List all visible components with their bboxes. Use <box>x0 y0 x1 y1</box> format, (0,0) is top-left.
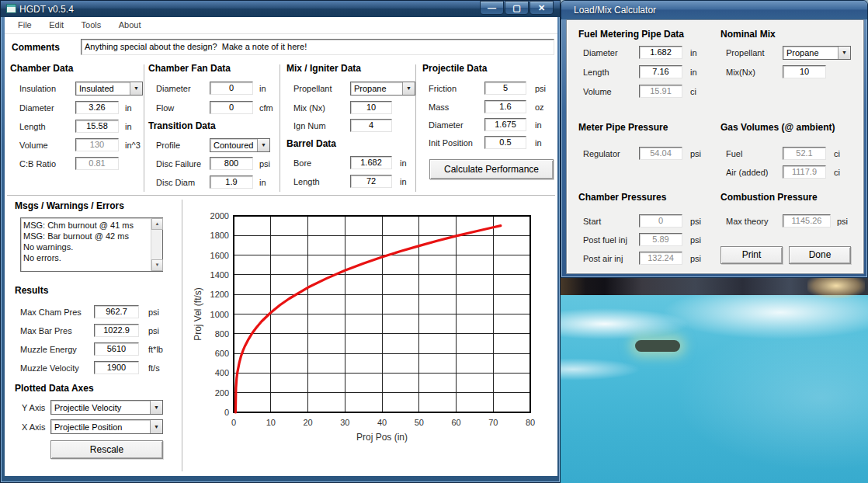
bore-unit: in <box>400 158 407 168</box>
scroll-down-button[interactable]: ▼ <box>151 259 163 271</box>
insulation-label: Insulation <box>19 84 56 93</box>
main-window-titlebar[interactable]: HGDT v0.5.4 — ▢ ✕ <box>1 1 560 17</box>
disc-failure-unit: psi <box>259 159 270 169</box>
gas-volumes-title: Gas Volumes (@ ambient) <box>720 122 835 133</box>
svg-text:0: 0 <box>224 408 229 417</box>
profile-combobox[interactable]: Contoured ▼ <box>210 138 270 152</box>
chevron-down-icon: ▼ <box>838 47 850 59</box>
proj-diameter-unit: in <box>535 120 542 130</box>
disc-failure-input[interactable]: 800 <box>210 157 253 170</box>
max-bar-pres-output[interactable]: 1022.9 <box>94 324 139 337</box>
muzzle-velocity-unit: ft/s <box>148 363 160 373</box>
separator <box>7 195 555 196</box>
mass-input[interactable]: 1.6 <box>484 100 526 113</box>
menu-about[interactable]: About <box>112 17 148 30</box>
fan-flow-input[interactable]: 0 <box>210 101 253 114</box>
disc-failure-label: Disc Failure <box>156 159 201 169</box>
disc-diam-label: Disc Diam <box>156 178 195 187</box>
messages-textarea[interactable]: MSG: Chm burnout @ 41 ms MSG: Bar burnou… <box>20 217 163 272</box>
mix-nx-input[interactable]: 10 <box>350 101 392 114</box>
friction-input[interactable]: 5 <box>484 82 526 95</box>
insulation-combobox[interactable]: Insulated ▼ <box>75 82 143 96</box>
calc-propellant-combobox[interactable]: Propane ▼ <box>783 46 851 60</box>
separator <box>144 64 145 192</box>
cb-ratio-output: 0.81 <box>75 157 119 170</box>
pipe-diameter-input[interactable]: 1.682 <box>639 46 682 59</box>
post-fuel-inj-output: 5.89 <box>639 233 682 246</box>
close-button[interactable]: ✕ <box>529 1 554 15</box>
projectile-velocity-chart: 0102030405060708002004006008001000120014… <box>192 209 541 450</box>
combustion-title: Combustion Pressure <box>720 192 818 203</box>
barrel-length-input[interactable]: 72 <box>350 175 392 188</box>
svg-text:70: 70 <box>488 418 498 427</box>
x-axis-combobox[interactable]: Projectile Position ▼ <box>50 419 163 434</box>
max-theory-unit: psi <box>837 217 848 226</box>
mix-igniter-title: Mix / Igniter Data <box>286 63 361 74</box>
fan-diameter-label: Diameter <box>156 84 191 93</box>
disc-diam-input[interactable]: 1.9 <box>210 175 253 189</box>
chamber-diameter-input[interactable]: 3.26 <box>75 101 119 114</box>
profile-label: Profile <box>156 141 180 150</box>
svg-text:20: 20 <box>303 418 312 427</box>
fuel-volume-label: Fuel <box>726 149 742 158</box>
calculator-title: Load/Mix Calculator <box>574 5 656 16</box>
y-axis-label: Y Axis <box>22 403 45 412</box>
ign-num-label: Ign Num <box>293 121 326 130</box>
main-window-title: HGDT v0.5.4 <box>19 4 74 15</box>
mass-unit: oz <box>535 103 544 112</box>
minimize-icon: — <box>488 3 496 12</box>
max-theory-output: 1145.26 <box>783 214 831 228</box>
calc-mix-nx-input[interactable]: 10 <box>783 65 826 78</box>
max-cham-pres-output[interactable]: 962.7 <box>94 305 139 318</box>
print-button[interactable]: Print <box>720 246 783 264</box>
fan-diameter-input[interactable]: 0 <box>210 82 253 95</box>
plotted-axes-title: Plotted Data Axes <box>15 383 94 394</box>
menu-edit[interactable]: Edit <box>42 17 71 30</box>
propellant-label: Propellant <box>293 84 332 93</box>
regulator-label: Regulator <box>583 149 620 158</box>
comments-input[interactable]: Anything special about the design? Make … <box>81 39 554 55</box>
done-button[interactable]: Done <box>789 246 851 264</box>
y-axis-combobox[interactable]: Projectile Velocity ▼ <box>50 400 163 415</box>
maximize-button[interactable]: ▢ <box>505 1 529 15</box>
svg-text:1000: 1000 <box>210 310 229 319</box>
scroll-up-button[interactable]: ▲ <box>151 218 163 230</box>
chamber-diameter-unit: in <box>125 103 132 113</box>
ign-num-input[interactable]: 4 <box>350 119 392 132</box>
rescale-button[interactable]: Rescale <box>50 440 163 459</box>
init-position-unit: in <box>535 138 542 148</box>
bore-input[interactable]: 1.682 <box>350 156 392 169</box>
pipe-volume-label: Volume <box>583 87 612 96</box>
pipe-length-input[interactable]: 7.16 <box>639 65 682 78</box>
calc-propellant-value: Propane <box>786 48 819 57</box>
menu-file[interactable]: File <box>11 17 39 30</box>
menu-tools[interactable]: Tools <box>75 17 109 30</box>
messages-scrollbar[interactable]: ▲ ▼ <box>151 218 162 271</box>
muzzle-energy-output[interactable]: 5610 <box>94 342 139 356</box>
cb-ratio-label: C:B Ratio <box>19 159 56 169</box>
fuel-metering-title: Fuel Metering Pipe Data <box>578 29 684 40</box>
minimize-button[interactable]: — <box>480 1 504 15</box>
propellant-combobox[interactable]: Propane ▼ <box>350 82 415 96</box>
chamber-volume-unit: in^3 <box>125 141 141 150</box>
chamber-volume-label: Volume <box>19 141 48 150</box>
fuel-volume-output: 52.1 <box>783 147 826 160</box>
transition-title: Transition Data <box>148 120 216 131</box>
messages-title: Msgs / Warnings / Errors <box>15 200 124 211</box>
start-pressure-output: 0 <box>639 214 682 228</box>
calculate-performance-button[interactable]: Calculate Performance <box>429 159 554 179</box>
proj-diameter-input[interactable]: 1.675 <box>484 118 526 131</box>
init-position-input[interactable]: 0.5 <box>484 136 526 149</box>
calculator-titlebar[interactable]: Load/Mix Calculator <box>561 1 867 19</box>
post-air-inj-unit: psi <box>690 254 701 263</box>
load-mix-calculator-window: Load/Mix Calculator Fuel Metering Pipe D… <box>561 0 868 278</box>
fuel-volume-unit: ci <box>834 149 840 158</box>
svg-text:60: 60 <box>451 418 460 427</box>
pipe-volume-unit: ci <box>690 87 696 96</box>
chamber-length-label: Length <box>19 122 46 131</box>
max-theory-label: Max theory <box>726 217 768 226</box>
chamber-length-input[interactable]: 15.58 <box>75 120 119 133</box>
pipe-diameter-unit: in <box>690 48 697 57</box>
app-icon <box>6 4 16 13</box>
muzzle-velocity-output[interactable]: 1900 <box>94 361 139 374</box>
